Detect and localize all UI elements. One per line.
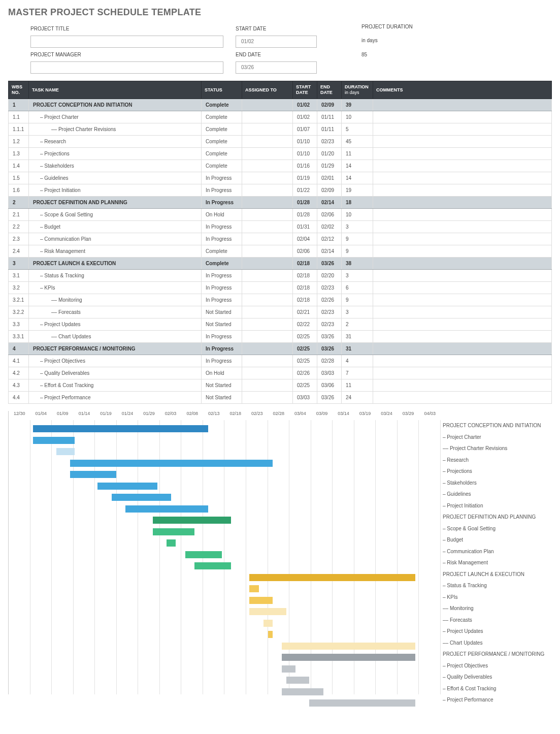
gantt-bar [33,437,75,444]
gantt-tick: 03/14 [333,411,354,420]
gantt-bar [282,665,295,673]
gantt-legend-item: – Guidelines [441,489,547,500]
gantt-row [9,458,441,469]
gantt-row [9,697,441,709]
gantt-bar [249,585,258,592]
gantt-bar [263,620,273,627]
table-row: 4.2– Quality DeliverablesOn Hold02/2603/… [9,367,552,379]
gantt-tick: 02/18 [224,411,246,420]
gantt-row [9,503,441,515]
gantt-row [9,435,441,446]
col-task: TASK NAME [29,81,202,99]
gantt-legend-item: –– Project Charter Revisions [441,443,547,455]
gantt-tick: 02/28 [268,411,290,420]
gantt-bar [112,494,172,501]
gantt-legend-item: – Project Updates [441,626,547,637]
table-row: 4PROJECT PERFORMANCE / MONITORINGIn Prog… [9,343,552,355]
table-row: 4.4– Project PerformanceNot Started03/03… [9,392,552,404]
table-row: 3.2.1–– MonitoringIn Progress02/1802/269 [9,294,552,306]
gantt-bar [249,597,272,604]
col-status: STATUS [202,81,242,99]
gantt-bar [70,471,116,478]
gantt-tick: 01/24 [117,411,139,420]
gantt-bar [33,425,208,432]
gantt-bar [268,631,273,638]
table-row: 1.6– Project InitiationIn Progress01/220… [9,184,552,197]
gantt-legend-item: – KPIs [441,592,547,603]
table-row: 3.3– Project UpdatesNot Started02/2202/2… [9,318,552,331]
gantt-bar [249,574,415,581]
col-start: START DATE [293,81,317,99]
gantt-bar [249,608,286,615]
gantt-row [9,492,441,503]
gantt-tick: 04/03 [419,411,441,420]
gantt-row [9,641,441,652]
gantt-legend-item: – Communication Plan [441,546,547,558]
table-row: 2.1– Scope & Goal SettingOn Hold01/2802/… [9,209,552,221]
gantt-tick: 03/04 [289,411,311,420]
gantt-bar [153,517,231,524]
gantt-row [9,481,441,492]
gantt-row [9,572,441,584]
col-duration: DURATIONin days [342,81,373,99]
gantt-legend-item: – Project Performance [441,694,547,706]
project-manager-input[interactable] [30,61,223,74]
end-date-input[interactable]: 03/26 [236,61,317,74]
gantt-row [9,618,441,629]
table-row: 4.3– Effort & Cost TrackingNot Started02… [9,379,552,392]
schedule-table: WBS NO. TASK NAME STATUS ASSIGNED TO STA… [8,81,552,404]
gantt-bar [70,460,273,467]
gantt-row [9,629,441,641]
col-end: END DATE [317,81,342,99]
gantt-row [9,675,441,686]
gantt-legend-item: – Effort & Cost Tracking [441,683,547,695]
gantt-row [9,560,441,572]
gantt-legend-item: – Research [441,455,547,466]
gantt-bar [185,551,222,558]
gantt-bar [125,505,208,513]
gantt-bar [282,688,323,695]
gantt-tick: 01/29 [138,411,160,420]
gantt-axis: 12/3001/0401/0901/1401/1901/2401/2902/03… [9,411,441,420]
end-date-label: END DATE [236,50,317,59]
project-duration-value: 85 [361,50,443,59]
table-row: 1.1.1–– Project Charter RevisionsComplet… [9,123,552,136]
gantt-row [9,423,441,435]
col-comments: COMMENTS [373,81,552,99]
project-title-input[interactable] [30,36,223,48]
gantt-bar [194,562,232,569]
gantt-bar [282,643,415,650]
gantt-legend-item: –– Forecasts [441,615,547,626]
project-info-form: PROJECT TITLE START DATE PROJECT DURATIO… [30,24,552,74]
table-row: 3.3.1–– Chart UpdatesIn Progress02/2503/… [9,331,552,343]
table-row: 3PROJECT LAUNCH & EXECUTIONComplete02/18… [9,258,552,270]
start-date-input[interactable]: 01/02 [236,36,317,48]
gantt-row [9,446,441,458]
gantt-row [9,663,441,675]
gantt-chart: 12/3001/0401/0901/1401/1901/2401/2902/03… [8,411,552,706]
gantt-tick: 02/03 [160,411,182,420]
gantt-tick: 03/19 [354,411,376,420]
table-row: 1PROJECT CONCEPTION AND INITIATIONComple… [9,99,552,111]
table-row: 2.4– Risk ManagementComplete02/0602/149 [9,245,552,258]
project-duration-unit: in days [361,36,443,48]
table-row: 1.5– GuidelinesIn Progress01/1902/0114 [9,172,552,184]
col-assigned: ASSIGNED TO [242,81,293,99]
gantt-bar [282,654,415,661]
gantt-legend-item: –– Chart Updates [441,637,547,649]
gantt-row [9,652,441,663]
gantt-legend-item: – Project Initiation [441,500,547,512]
project-duration-label: PROJECT DURATION [361,24,443,34]
gantt-tick: 03/24 [376,411,398,420]
gantt-tick: 02/08 [181,411,203,420]
gantt-legend-item: PROJECT PERFORMANCE / MONITORING [441,649,547,660]
project-manager-label: PROJECT MANAGER [30,50,223,59]
start-date-label: START DATE [236,24,317,34]
gantt-legend-item: – Projections [441,466,547,477]
gantt-legend: PROJECT CONCEPTION AND INITIATION– Proje… [441,411,547,706]
gantt-legend-item: – Project Charter [441,432,547,443]
gantt-tick: 02/23 [246,411,268,420]
table-row: 1.4– StakeholdersComplete01/1601/2914 [9,160,552,172]
gantt-legend-item: PROJECT DEFINITION AND PLANNING [441,512,547,523]
page-title: MASTER PROJECT SCHEDULE TEMPLATE [8,7,552,18]
